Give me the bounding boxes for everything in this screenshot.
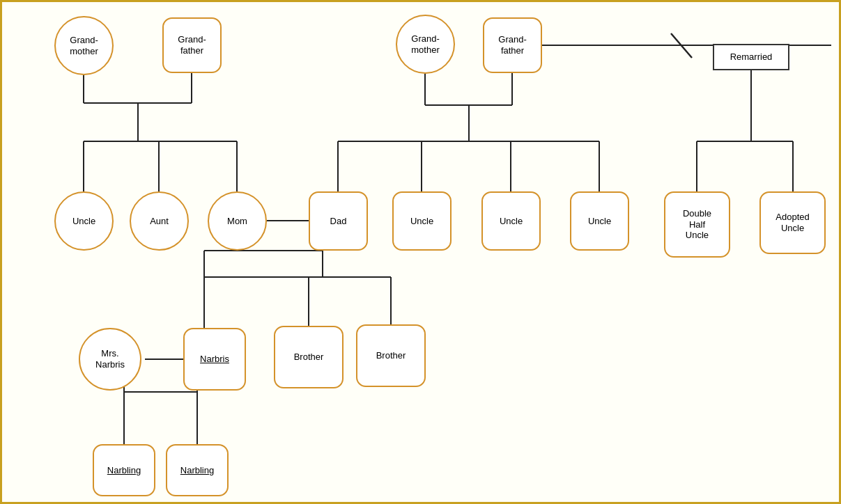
family-tree-canvas: Grand- motherGrand- fatherGrand- motherG… [0, 0, 841, 504]
dad: Dad [309, 191, 368, 251]
remarried: Remarried [713, 44, 789, 70]
brother1: Brother [274, 326, 344, 388]
uncle_right3: Uncle [570, 191, 629, 251]
gf_right: Grand- father [483, 17, 542, 73]
narbling2: Narbling [166, 444, 229, 496]
mrs_narbris: Mrs. Narbris [79, 328, 141, 391]
gf_left: Grand- father [162, 17, 222, 73]
brother2: Brother [356, 324, 426, 387]
uncle_right2: Uncle [481, 191, 541, 251]
narbris: Narbris [183, 328, 246, 391]
gm_left: Grand- mother [54, 16, 114, 75]
narbling1: Narbling [93, 444, 155, 496]
svg-line-18 [671, 33, 692, 58]
adopted_uncle: Adopted Uncle [759, 191, 826, 254]
uncle_left1: Uncle [54, 191, 114, 251]
aunt: Aunt [130, 191, 189, 251]
gm_right: Grand- mother [396, 15, 455, 74]
mom: Mom [208, 191, 267, 251]
double_half_uncle: Double Half Uncle [664, 191, 730, 258]
uncle_right1: Uncle [392, 191, 452, 251]
